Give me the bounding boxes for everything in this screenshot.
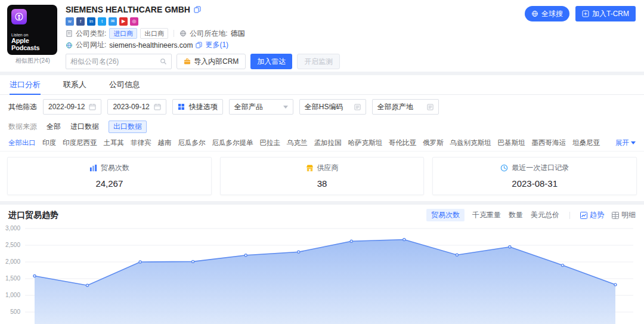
svg-text:500: 500 [10, 308, 20, 315]
tab-import-analysis[interactable]: 进口分析 [10, 75, 41, 94]
country-tabs: 全部出口印度印度尼西亚土耳其菲律宾越南厄瓜多尔厄瓜多尔提单巴拉圭乌克兰孟加拉国哈… [0, 136, 644, 152]
join-radar-label: 加入雷达 [257, 57, 286, 67]
copy-icon[interactable] [194, 6, 201, 13]
copy-icon[interactable] [196, 42, 202, 48]
country-tab-12[interactable]: 哥伦比亚 [389, 138, 416, 151]
join-tcrm-button[interactable]: 加入T-CRM [575, 6, 636, 21]
date-end-input[interactable]: 2023-09-12 [107, 99, 166, 115]
product-select-value: 全部产品 [234, 102, 263, 112]
divider [569, 212, 570, 219]
country-tab-15[interactable]: 巴基斯坦 [498, 138, 525, 151]
country-tab-8[interactable]: 巴拉圭 [260, 138, 281, 151]
table-icon [612, 212, 619, 219]
trend-chart-header: 进口贸易趋势 贸易次数 千克重量 数量 美元总价 趋势 [0, 205, 644, 224]
location-globe-icon [179, 30, 187, 37]
country-tab-4[interactable]: 菲律宾 [131, 138, 151, 151]
country-tab-13[interactable]: 俄罗斯 [423, 138, 444, 151]
country-tab-6[interactable]: 厄瓜多尔 [178, 138, 206, 151]
youtube-icon[interactable]: ▶ [119, 17, 128, 26]
tab-contacts[interactable]: 联系人 [63, 75, 86, 94]
chevron-down-icon [631, 141, 636, 144]
logo-caption-small: Listen on [11, 33, 53, 37]
country-tab-5[interactable]: 越南 [158, 138, 172, 151]
trend-chart-controls: 贸易次数 千克重量 数量 美元总价 趋势 明细 [426, 209, 636, 221]
stat-label: 供应商 [317, 163, 339, 173]
origin-value: 全部原产地 [377, 102, 413, 112]
similar-images-link[interactable]: 相似图片(24) [7, 57, 58, 65]
country-tab-2[interactable]: 印度尼西亚 [63, 138, 97, 151]
quick-options-button[interactable]: 快捷选项 [172, 99, 223, 115]
stats-row: 贸易次数 24,267 供应商 38 最近一次进口记录 [0, 152, 644, 201]
date-start-input[interactable]: 2022-09-12 [43, 99, 101, 115]
divider [174, 30, 174, 37]
search-icon[interactable] [160, 58, 167, 65]
import-crm-button[interactable]: 导入内部CRM [177, 54, 246, 69]
plus-square-icon [582, 10, 589, 17]
country-tab-0[interactable]: 全部出口 [8, 138, 36, 152]
main-tabs: 进口分析 联系人 公司信息 [0, 75, 644, 95]
trend-chart-title: 进口贸易趋势 [8, 210, 58, 221]
country-tab-14[interactable]: 乌兹别克斯坦 [450, 138, 491, 151]
metric-quantity[interactable]: 数量 [509, 210, 523, 220]
product-select[interactable]: 全部产品 [229, 99, 293, 115]
country-tab-9[interactable]: 乌克兰 [287, 138, 308, 151]
import-crm-label: 导入内部CRM [194, 57, 239, 67]
join-radar-button[interactable]: 加入雷达 [250, 54, 292, 69]
company-location: 德国 [231, 29, 245, 39]
linkedin-icon[interactable]: in [87, 17, 95, 26]
hs-code-input[interactable]: 全部HS编码 [299, 99, 366, 115]
facebook-icon[interactable]: f [76, 17, 85, 26]
country-tab-7[interactable]: 厄瓜多尔提单 [212, 138, 253, 151]
expand-button[interactable]: 展开 [615, 138, 636, 147]
instagram-icon[interactable]: ◎ [130, 17, 138, 26]
global-search-button[interactable]: 全球搜 [525, 6, 569, 21]
company-logo: Listen on Apple Podcasts [7, 5, 57, 55]
date-end-value: 2023-09-12 [113, 103, 149, 111]
metric-kg-weight[interactable]: 千克重量 [472, 210, 501, 220]
stat-card-trade-count: 贸易次数 24,267 [7, 157, 212, 195]
source-option-import[interactable]: 进口数据 [70, 122, 99, 132]
country-tab-3[interactable]: 土耳其 [104, 138, 125, 151]
svg-text:1,500: 1,500 [5, 275, 20, 282]
metric-trade-count[interactable]: 贸易次数 [426, 209, 465, 221]
website-label: 公司网址: [76, 40, 106, 50]
exporter-tag[interactable]: 出口商 [140, 28, 168, 39]
twitter-icon[interactable]: t [98, 17, 106, 26]
company-detail-page: Listen on Apple Podcasts 相似图片(24) SIEMEN… [0, 0, 644, 324]
country-tab-10[interactable]: 孟加拉国 [314, 138, 342, 151]
source-option-all[interactable]: 全部 [47, 122, 61, 132]
header-top-actions: 全球搜 加入T-CRM [525, 6, 636, 21]
mail-icon[interactable]: ✉ [109, 17, 117, 26]
list-search-icon [427, 104, 434, 110]
location-label: 公司所在地: [190, 29, 227, 39]
start-monitor-label: 开启监测 [304, 57, 333, 67]
trend-chart: 05001,0001,5002,0002,5003,0002022-092022… [0, 224, 644, 324]
source-option-export[interactable]: 出口数据 [109, 121, 147, 133]
metric-usd-total[interactable]: 美元总价 [531, 210, 559, 220]
company-header: Listen on Apple Podcasts 相似图片(24) SIEMEN… [0, 0, 644, 72]
calendar-icon [89, 103, 96, 110]
origin-input[interactable]: 全部原产地 [372, 99, 439, 115]
company-website[interactable]: siemens-healthineers.com [109, 41, 193, 50]
globe-icon [531, 10, 538, 17]
other-filter-label: 其他筛选 [8, 102, 37, 112]
view-detail-button[interactable]: 明细 [612, 210, 636, 220]
list-search-icon [354, 104, 361, 110]
country-tab-17[interactable]: 坦桑尼亚 [572, 138, 600, 151]
quick-options-label: 快捷选项 [189, 102, 218, 112]
country-tab-16[interactable]: 墨西哥海运 [532, 138, 566, 151]
svg-text:3,000: 3,000 [5, 225, 20, 232]
tab-company-info[interactable]: 公司信息 [109, 75, 140, 94]
start-monitor-button[interactable]: 开启监测 [297, 54, 340, 69]
more-link[interactable]: 更多(1) [205, 40, 228, 50]
website-icon[interactable]: w [66, 17, 74, 26]
similar-company-placeholder: 相似公司名(26) [70, 57, 119, 67]
country-tab-1[interactable]: 印度 [42, 138, 56, 151]
filter-row: 其他筛选 2022-09-12 2023-09-12 [0, 95, 644, 119]
logo-caption-large: Apple Podcasts [11, 37, 53, 51]
similar-company-input[interactable]: 相似公司名(26) [66, 54, 172, 69]
country-tab-11[interactable]: 哈萨克斯坦 [348, 138, 383, 151]
stat-card-suppliers: 供应商 38 [220, 157, 425, 195]
view-trend-button[interactable]: 趋势 [580, 210, 604, 220]
importer-tag[interactable]: 进口商 [109, 28, 137, 39]
